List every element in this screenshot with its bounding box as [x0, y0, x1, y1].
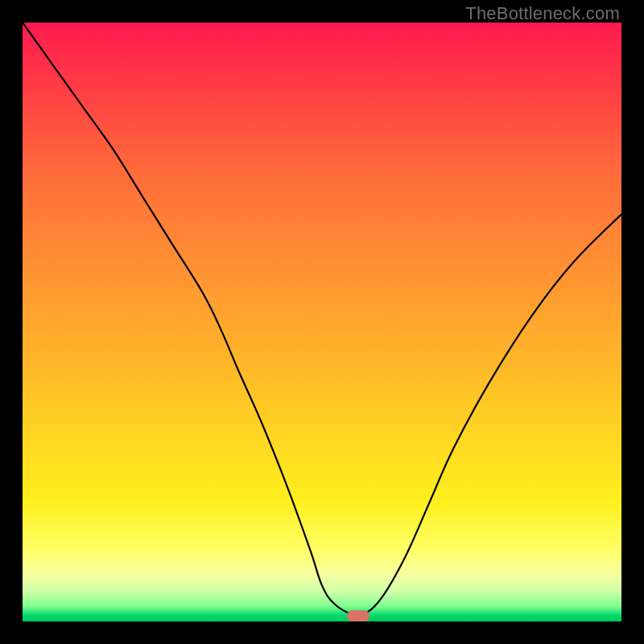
bottleneck-curve-path: [23, 23, 621, 616]
optimal-point-marker: [347, 610, 369, 621]
bottleneck-curve: [23, 23, 621, 621]
watermark: TheBottleneck.com: [465, 3, 620, 24]
chart-plot-area: [23, 23, 621, 621]
